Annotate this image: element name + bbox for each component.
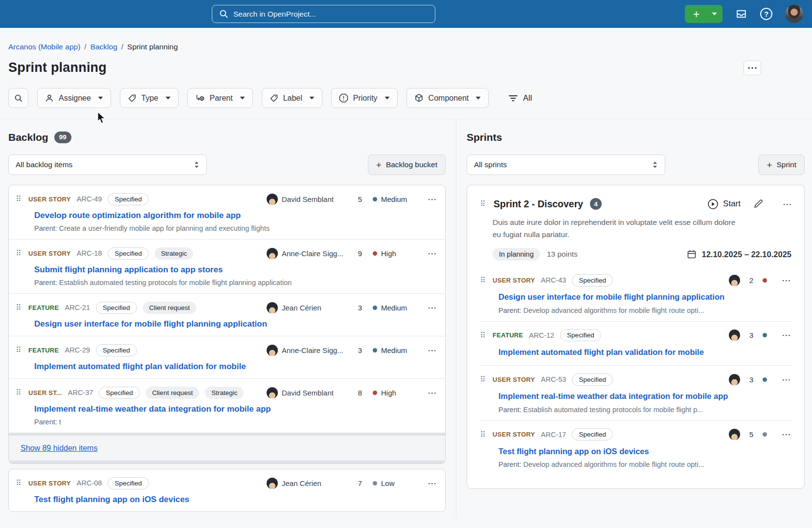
sprints-filter-select[interactable]: All sprints (467, 154, 665, 175)
breadcrumb-separator: / (121, 43, 123, 51)
drag-handle-icon[interactable]: ⠿ (15, 249, 23, 258)
filter-search-button[interactable] (8, 88, 28, 108)
sprint-item: ⠿ FEATURE ARC-12 Specified 3 ⋯ Implem (479, 321, 792, 366)
drag-handle-icon[interactable]: ⠿ (15, 195, 23, 203)
parent-label: Parent: (34, 279, 57, 286)
work-item-link[interactable]: Develop route optimization algorithm for… (34, 211, 241, 220)
work-id: ARC-43 (541, 276, 566, 284)
item-more-menu-button[interactable]: ⋯ (421, 249, 437, 258)
breadcrumb-backlog-link[interactable]: Backlog (90, 43, 117, 51)
item-more-menu-button[interactable]: ⋯ (421, 303, 437, 312)
item-more-menu-button[interactable]: ⋯ (775, 430, 791, 439)
status-badge[interactable]: Specified (108, 193, 149, 205)
filter-assignee-dropdown[interactable]: Assignee (37, 88, 111, 108)
play-circle-icon (707, 198, 719, 210)
filter-parent-dropdown[interactable]: Parent (187, 88, 253, 108)
sprint-planning-screen: Search in OpenProject... + ? Arcanos (Mo… (0, 0, 812, 528)
edit-sprint-button[interactable] (753, 199, 763, 209)
work-id: ARC-12 (529, 331, 555, 339)
drag-handle-icon[interactable]: ⠿ (479, 430, 487, 439)
filter-all-toggle[interactable]: All (508, 93, 532, 103)
work-item-link[interactable]: Design user interface for mobile flight … (34, 319, 267, 329)
item-more-menu-button[interactable]: ⋯ (775, 330, 791, 340)
user-avatar[interactable] (785, 5, 803, 23)
work-item-link[interactable]: Implement automated flight plan validati… (34, 362, 246, 372)
assignee-avatar (267, 478, 278, 489)
start-sprint-button[interactable]: Start (707, 198, 741, 210)
filter-all-label: All (523, 93, 532, 103)
story-points: 3 (748, 331, 755, 339)
item-more-menu-button[interactable]: ⋯ (421, 479, 437, 488)
work-item-link[interactable]: Implement automated flight plan validati… (498, 346, 728, 359)
create-dropdown-caret[interactable] (707, 12, 722, 16)
work-item-link[interactable]: Test flight planning app on iOS devices (34, 495, 189, 505)
status-badge[interactable]: Specified (572, 374, 613, 386)
drag-handle-icon[interactable]: ⠿ (15, 303, 23, 312)
item-more-menu-button[interactable]: ⋯ (421, 195, 437, 204)
select-arrows-icon (194, 161, 200, 169)
status-badge[interactable]: Specified (99, 387, 140, 399)
filter-label-dropdown[interactable]: Label (262, 88, 322, 108)
drag-handle-icon[interactable]: ⠿ (479, 331, 487, 340)
work-item-link[interactable]: Implement real-time weather data integra… (498, 390, 728, 403)
priority-dot (763, 432, 767, 437)
item-more-menu-button[interactable]: ⋯ (775, 375, 791, 384)
assignee-avatar (267, 194, 278, 205)
drag-handle-icon[interactable]: ⠿ (479, 199, 487, 208)
story-points: 8 (347, 389, 373, 397)
parent-title: t (59, 418, 61, 426)
status-badge[interactable]: Specified (572, 274, 613, 286)
status-badge[interactable]: Specified (572, 428, 613, 440)
sprint-dates: 12.10.2025 – 22.10.2025 (687, 249, 792, 259)
work-item-link[interactable]: Implement real-time weather data integra… (34, 404, 271, 414)
backlog-filter-select[interactable]: All backlog items (8, 154, 207, 175)
status-badge[interactable]: Specified (96, 344, 137, 356)
drag-handle-icon[interactable]: ⠿ (479, 276, 487, 285)
work-type-label: FEATURE (28, 304, 59, 311)
inbox-icon (735, 8, 747, 20)
filter-label: Type (141, 94, 160, 103)
priority-dot (373, 306, 377, 310)
page-more-menu-button[interactable] (744, 61, 761, 75)
item-more-menu-button[interactable]: ⋯ (421, 346, 437, 355)
work-item-link[interactable]: Design user interface for mobile flight … (498, 291, 728, 304)
drag-handle-icon[interactable]: ⠿ (15, 346, 23, 354)
filter-priority-dropdown[interactable]: Priority (331, 88, 398, 108)
sprint-more-menu-button[interactable]: ⋯ (776, 199, 792, 209)
status-badge[interactable]: Specified (96, 302, 137, 314)
drag-handle-icon[interactable]: ⠿ (479, 375, 487, 384)
add-sprint-button[interactable]: + Sprint (758, 154, 805, 175)
item-more-menu-button[interactable]: ⋯ (421, 388, 437, 397)
priority-dot (763, 333, 767, 337)
filter-type-dropdown[interactable]: Type (120, 88, 179, 108)
work-item-link[interactable]: Submit flight planning application to ap… (34, 265, 223, 275)
priority-label: Medium (381, 346, 407, 354)
create-button[interactable]: + (685, 5, 722, 23)
inbox-button[interactable] (735, 8, 747, 20)
status-badge[interactable]: Specified (560, 329, 601, 341)
help-button[interactable]: ? (760, 8, 772, 20)
drag-handle-icon[interactable]: ⠿ (15, 479, 23, 487)
story-points: 5 (347, 195, 373, 203)
work-id: ARC-29 (65, 346, 90, 354)
assignee-name: Jean Cérien (282, 479, 347, 487)
work-id: ARC-18 (77, 249, 102, 257)
drag-handle-icon[interactable]: ⠿ (15, 388, 23, 397)
top-navigation-bar: Search in OpenProject... + ? (0, 0, 812, 28)
chevron-down-icon (712, 12, 717, 16)
backlog-list-card-continued: ⠿ USER STORY ARC-08 Specified Jean Cérie… (8, 469, 446, 512)
status-badge[interactable]: Specified (108, 247, 149, 260)
status-badge[interactable]: Specified (108, 477, 149, 489)
plus-icon: + (686, 6, 707, 22)
breadcrumb-project-link[interactable]: Arcanos (Mobile app) (8, 43, 80, 51)
add-backlog-bucket-button[interactable]: + Backlog bucket (368, 154, 446, 175)
item-more-menu-button[interactable]: ⋯ (775, 276, 791, 285)
filter-label: Parent (210, 94, 235, 103)
topbar-actions: + ? (685, 0, 803, 28)
filter-component-dropdown[interactable]: Component (406, 88, 489, 108)
show-hidden-items-link[interactable]: Show 89 hidden items (21, 444, 97, 452)
alert-octagon-icon (339, 93, 348, 103)
tag-badge: Strategic (205, 387, 244, 399)
work-item-link[interactable]: Test flight planning app on iOS devices (498, 445, 728, 458)
global-search-input[interactable]: Search in OpenProject... (212, 5, 435, 23)
